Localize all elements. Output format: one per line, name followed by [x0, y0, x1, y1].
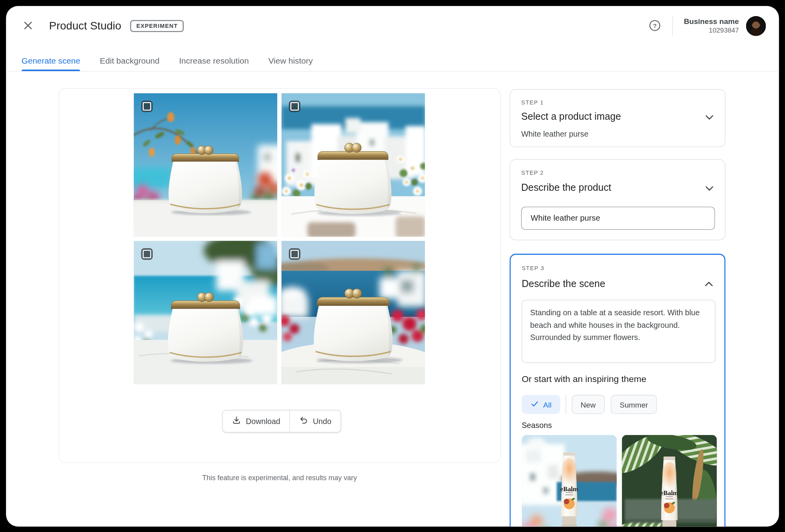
step3-title: Describe the scene — [522, 278, 605, 289]
purse-scene-3-illustration — [134, 241, 277, 384]
generated-image-1[interactable] — [134, 93, 277, 237]
image-select-checkbox-2[interactable] — [289, 101, 300, 112]
chips-divider — [565, 395, 566, 414]
undo-label: Undo — [313, 417, 331, 426]
thumb1-brand-label: eBalm — [560, 485, 578, 493]
image-select-checkbox-3[interactable] — [141, 248, 153, 260]
purse-scene-1-illustration — [134, 93, 277, 237]
checkbox-box-icon — [143, 102, 151, 111]
thumb2-brand-label: eBalm — [661, 489, 678, 497]
help-button[interactable]: ? — [648, 19, 661, 33]
download-button[interactable]: Download — [223, 410, 289, 432]
close-icon — [22, 19, 34, 33]
undo-icon — [299, 415, 308, 427]
help-icon: ? — [648, 19, 661, 33]
experiment-badge: EXPERIMENT — [130, 20, 184, 32]
season-theme-thumb-1[interactable]: eBalm — [522, 435, 617, 527]
chip-new-label: New — [580, 400, 595, 409]
business-name: Business name — [684, 17, 739, 26]
seasons-heading: Seasons — [522, 421, 552, 430]
download-label: Download — [246, 417, 280, 426]
product-studio-window: Product Studio EXPERIMENT ? Business nam… — [6, 6, 779, 527]
chip-summer[interactable]: Summer — [611, 395, 657, 414]
account-info: Business name 10293847 — [684, 17, 739, 35]
close-button[interactable] — [22, 19, 34, 33]
header: Product Studio EXPERIMENT ? Business nam… — [6, 6, 779, 46]
image-select-checkbox-4[interactable] — [289, 248, 300, 260]
step2-card: STEP 2 Describe the product — [510, 159, 725, 240]
business-id: 10293847 — [684, 27, 739, 35]
chevron-down-icon — [703, 118, 716, 125]
theme-chips-row: All New Summer — [522, 395, 657, 414]
header-divider — [672, 16, 673, 35]
scene-description-textarea[interactable]: Standing on a table at a seaside resort.… — [522, 300, 715, 363]
experimental-disclaimer: This feature is experimental, and result… — [59, 473, 501, 481]
download-icon — [232, 415, 241, 427]
image-actions-bar: Download Undo — [222, 410, 341, 432]
undo-button[interactable]: Undo — [290, 410, 340, 432]
tab-bar: Generate scene Edit background Increase … — [6, 50, 779, 71]
chip-all[interactable]: All — [522, 395, 560, 414]
theme-heading: Or start with an inspiring theme — [522, 374, 646, 384]
step1-expand-button[interactable] — [703, 111, 716, 125]
chip-new[interactable]: New — [571, 395, 604, 414]
step3-collapse-button[interactable] — [703, 278, 715, 293]
avatar[interactable] — [746, 16, 766, 36]
image-select-checkbox-1[interactable] — [141, 101, 153, 112]
step1-card: STEP 1 Select a product image White leat… — [510, 89, 725, 147]
step1-selected-value: White leather purse — [521, 130, 588, 139]
checkbox-box-icon — [143, 250, 151, 258]
season-thumb-1-illustration: eBalm — [522, 435, 617, 527]
chip-summer-label: Summer — [620, 400, 648, 409]
tab-generate-scene[interactable]: Generate scene — [22, 50, 81, 71]
purse-scene-2-illustration — [281, 93, 425, 237]
chip-all-label: All — [543, 400, 551, 409]
results-canvas: Download Undo — [59, 88, 501, 463]
purse-scene-4-illustration — [281, 241, 425, 384]
chevron-down-icon — [703, 189, 716, 196]
step1-eyebrow: STEP 1 — [521, 100, 544, 106]
seasons-thumbnails: eBalm eB — [522, 435, 717, 527]
generated-image-3[interactable] — [134, 241, 277, 384]
season-thumb-2-illustration: eBalm — [622, 435, 717, 527]
checkbox-box-icon — [290, 102, 299, 111]
step1-title: Select a product image — [521, 111, 621, 122]
tab-view-history[interactable]: View history — [268, 50, 313, 71]
step2-eyebrow: STEP 2 — [521, 170, 544, 176]
page-title: Product Studio — [49, 20, 121, 33]
step2-expand-button[interactable] — [703, 182, 716, 196]
check-icon — [530, 399, 539, 410]
tab-increase-resolution[interactable]: Increase resolution — [179, 50, 249, 71]
step3-eyebrow: STEP 3 — [522, 265, 544, 271]
checkbox-box-icon — [290, 250, 299, 258]
header-right: ? Business name 10293847 — [648, 16, 766, 36]
generated-image-2[interactable] — [281, 93, 425, 237]
product-description-input[interactable] — [521, 207, 715, 230]
step2-title: Describe the product — [521, 182, 611, 193]
tab-edit-background[interactable]: Edit background — [100, 50, 159, 71]
chevron-up-icon — [703, 285, 715, 292]
step3-card: STEP 3 Describe the scene Standing on a … — [510, 254, 725, 527]
svg-text:?: ? — [653, 22, 657, 29]
season-theme-thumb-2[interactable]: eBalm — [622, 435, 717, 527]
generated-image-grid — [134, 93, 425, 384]
stage: Product Studio EXPERIMENT ? Business nam… — [0, 0, 785, 532]
generated-image-4[interactable] — [281, 241, 425, 384]
